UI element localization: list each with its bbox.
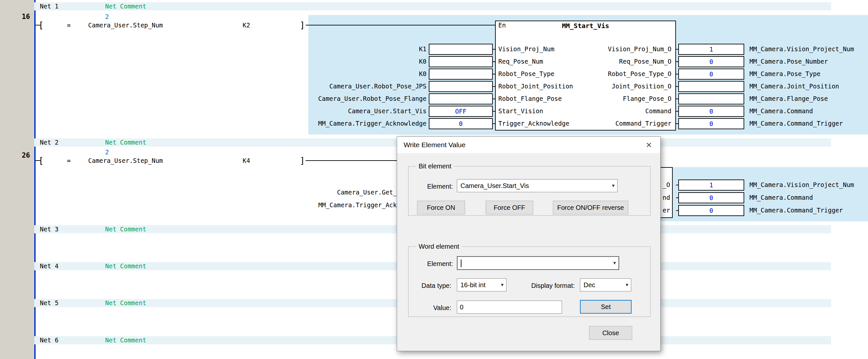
fb-output-value-box[interactable]: 0 [678,69,744,79]
pin-wire [676,61,678,62]
word-element-label: Element: [410,260,453,268]
fb-input-value-box[interactable] [429,93,493,104]
pin-wire [493,123,495,124]
force-off-label: Force OFF [486,201,533,214]
fb-input-operand[interactable]: K1 [419,45,427,54]
contact-operand[interactable]: Camera_User.Step_Num [88,21,163,30]
display-format-combobox[interactable]: Dec ▾ [580,279,631,291]
fb-output-operand[interactable]: MM_Camera.Flange_Pose [749,94,828,103]
fb-output-value-box[interactable]: 0 [678,192,744,203]
fb-input-value [429,94,492,104]
contact-close-bracket: ] [300,156,305,165]
fb-output-operand[interactable]: MM_Camera.Vision_Project_Num [749,181,854,189]
fb-input-value-box[interactable] [429,56,493,67]
net-comment: Net Comment [105,138,146,146]
chevron-down-icon[interactable]: ▾ [501,281,503,289]
force-on-button[interactable]: Force ON [417,201,465,215]
compare-operator: = [67,21,70,30]
bit-element-label: Element: [410,183,453,190]
fb-input-operand[interactable]: MM_Camera.Trigger_Acknowledge [318,119,427,128]
net-name: Net 5 [40,299,58,307]
fb-input-pin: Robot_Pose_Type [498,69,555,78]
fb-output-value-box[interactable]: 0 [678,106,744,117]
fb-input-operand[interactable]: Camera_User.Robot_Pose_Flange [318,94,427,103]
fb-input-value-box[interactable] [429,69,493,79]
fb-input-pin: Robot_Flange_Pose [498,94,562,103]
pin-wire [676,210,678,211]
fb-input-operand[interactable]: Camera_User.Start_Vis [348,107,427,116]
fb-output-value-box[interactable]: 1 [678,44,744,55]
fb-output-value-box[interactable]: 0 [678,56,744,67]
contact-operand[interactable]: Camera_User.Step_Num [88,156,163,165]
fb-output-operand[interactable]: MM_Camera.Command [749,107,813,116]
close-icon[interactable]: × [642,139,656,151]
fb-output-operand[interactable]: MM_Camera.Joint_Position [749,82,839,91]
fb-output-value-box[interactable]: 1 [678,180,744,191]
data-type-combobox[interactable]: 16-bit int ▾ [457,279,506,291]
bit-element-value: Camera_User.Start_Vis [461,180,529,192]
compare-operator: = [67,156,70,165]
dialog-titlebar[interactable]: Write Element Value × [397,137,660,153]
data-type-label: Data type: [408,282,451,290]
monitor-value-hint: 2 [105,13,109,21]
force-on-off-reverse-label: Force ON/OFF reverse [553,201,628,214]
fb-input-value-box[interactable] [429,81,493,92]
fb-input-operand[interactable]: K0 [419,57,427,66]
fb-output-value [679,81,744,91]
set-label: Set [581,301,631,313]
fb-title: MM_Start_Vis [495,22,676,30]
fb-output-operand[interactable]: MM_Camera.Command [749,193,813,202]
word-element-combobox[interactable]: ▾ [457,256,619,270]
fb-output-operand[interactable]: MM_Camera.Vision_Project_Num [749,45,854,54]
fb-output-pin: Command [645,107,672,116]
pin-wire [493,74,495,74]
fb-output-value-box[interactable]: 0 [678,118,744,129]
fb-output-operand[interactable]: MM_Camera.Pose_Type [749,69,820,78]
fb-input-value: 0 [429,119,492,129]
close-button[interactable]: Close [589,326,632,340]
fb-output-operand[interactable]: MM_Camera.Pose_Number [749,57,828,66]
bit-element-combobox[interactable]: Camera_User.Start_Vis ▾ [457,179,618,192]
data-type-value: 16-bit int [461,279,486,291]
value-input[interactable]: 0 [457,301,562,314]
net-comment: Net Comment [105,336,146,344]
fb-input-value-box[interactable] [429,44,493,55]
pin-wire [493,61,495,62]
net-name: Net 3 [40,225,58,233]
fb-output-value: 0 [679,69,744,79]
net-comment: Net Comment [105,225,146,233]
chevron-down-icon[interactable]: ▾ [613,259,616,267]
net-name: Net 2 [40,138,58,146]
fb-input-pin: Start_Vision [498,107,543,116]
net-header-1[interactable]: Net 1 Net Comment [34,2,831,10]
compare-constant[interactable]: K4 [243,156,250,165]
pin-wire [676,197,678,198]
fb-input-value-box[interactable]: 0 [429,118,493,129]
fb-output-value-box[interactable]: 0 [678,205,744,216]
set-button[interactable]: Set [580,300,631,314]
force-off-button[interactable]: Force OFF [486,201,533,215]
text-cursor [461,259,461,267]
fb-output-value: 1 [679,44,744,54]
net-comment: Net Comment [105,2,146,10]
fb-output-pin: Req_Pose_Num_O [619,57,672,66]
contact-open-bracket: [ [38,20,44,30]
chevron-down-icon[interactable]: ▾ [626,281,628,289]
force-on-off-reverse-button[interactable]: Force ON/OFF reverse [553,201,628,215]
fb-input-operand[interactable]: Camera_User.Robot_Pose_JPS [330,82,427,91]
fb-output-operand[interactable]: MM_Camera.Command_Trigger [749,206,843,215]
fb-input-value-box[interactable]: OFF [429,106,493,117]
fb-input-operand[interactable]: K0 [419,69,427,78]
dialog-title: Write Element Value [404,137,465,153]
fb-output-value-box[interactable] [678,81,744,92]
fb-output-pin: Robot_Pose_Type_O [608,69,672,78]
fb-output-value: 1 [679,180,744,190]
compare-constant[interactable]: K2 [243,21,250,30]
fb-output-operand[interactable]: MM_Camera.Command_Trigger [749,119,843,128]
net-name: Net 1 [40,2,58,10]
fb-input-value [429,44,492,54]
chevron-down-icon[interactable]: ▾ [612,182,615,190]
pin-wire [676,49,678,50]
fb-output-value-box[interactable] [678,93,744,104]
pin-wire [493,111,495,111]
